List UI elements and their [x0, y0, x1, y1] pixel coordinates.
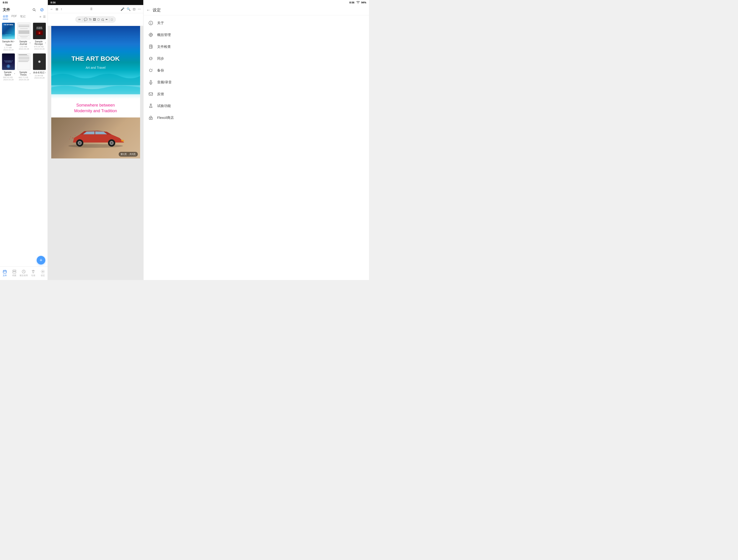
list-icon[interactable]: ☰: [43, 15, 46, 18]
file-name-row-art2: Travel: [2, 44, 15, 46]
cover-content: THE ART BOOK Art and Travel: [71, 55, 119, 70]
annot-more-icon[interactable]: □: [111, 18, 113, 21]
annot-image-icon[interactable]: 🖼: [93, 18, 96, 21]
annot-shape-icon[interactable]: ⬡: [97, 18, 100, 21]
chevron-journal: ▾: [30, 42, 30, 44]
file-item-journal[interactable]: Sample Journal ▾ 1.52 MB 2024.03.28: [17, 23, 30, 51]
nav-trash[interactable]: 垃圾: [28, 269, 38, 277]
search-button[interactable]: [31, 7, 37, 13]
annot-speech-icon[interactable]: 🗯: [101, 18, 104, 21]
files-nav-icon: [3, 269, 7, 273]
annot-comment-icon[interactable]: 💬: [84, 18, 87, 21]
file-name-row-recipe: Sample Receipe ▾: [33, 40, 46, 45]
annot-divider-1: [82, 18, 82, 21]
file-name-row-art: Sample Art ▾: [2, 40, 15, 43]
annot-pen-icon[interactable]: ✏: [78, 18, 81, 21]
cover-title: THE ART BOOK: [71, 55, 119, 62]
page-indicator: 第1页，共5页: [119, 152, 137, 157]
nav-archive[interactable]: 档案: [10, 269, 19, 277]
nav-trash-label: 垃圾: [31, 274, 35, 277]
share-pdf-icon[interactable]: ↑: [61, 7, 62, 11]
backup-icon: [148, 68, 153, 73]
settings-item-audio[interactable]: 音频/录音: [143, 76, 369, 88]
nav-settings-label: 设定: [41, 274, 45, 277]
file-inspect-icon: [148, 44, 153, 49]
journal-line-1: [18, 25, 29, 25]
thumb-thesis: [17, 53, 30, 70]
thesis-line-4: [18, 61, 29, 61]
bottom-nav: 文件 档案 最近使用 垃圾 设定: [0, 266, 48, 280]
settings-item-summary[interactable]: 概括管理: [143, 29, 369, 41]
pdf-content[interactable]: THE ART BOOK Art and Travel Somewhere be…: [48, 26, 143, 280]
nav-files[interactable]: 文件: [0, 269, 10, 277]
nav-files-label: 文件: [3, 274, 7, 277]
back-pdf-icon[interactable]: ←: [50, 7, 53, 11]
tab-all[interactable]: 全部: [3, 14, 8, 19]
thesis-line-1: [18, 55, 29, 55]
file-meta-recipe: 870.05 KB 2024.03.28: [33, 46, 46, 50]
file-meta-space: 580.93 KB 2024.03.28: [2, 76, 15, 81]
file-name-row-note: 未命名笔记 ▾: [33, 71, 46, 74]
check-button[interactable]: [39, 7, 45, 13]
file-item-recipe[interactable]: MY RECIPECOOKBOOK 🍅 Sample Receipe ▾ 870…: [33, 23, 46, 51]
annot-sign-icon[interactable]: ✒: [105, 18, 108, 21]
thumb-recipe: MY RECIPECOOKBOOK 🍅: [33, 23, 46, 39]
file-item-note[interactable]: 未命名笔记 ▾ 10.98 KB 2024.03.28: [33, 53, 46, 81]
about-label: 关于: [157, 21, 164, 25]
settings-nav-icon: [41, 269, 45, 273]
settings-item-store[interactable]: Flexcil商店: [143, 112, 369, 124]
svg-rect-4: [13, 270, 16, 271]
pink-text-line1: Somewhere between: [76, 103, 115, 107]
filter-icon[interactable]: ≡: [39, 15, 41, 18]
settings-item-feedback[interactable]: 反馈: [143, 88, 369, 100]
settings-header: ← 设定: [143, 5, 369, 15]
left-header: 文件: [0, 5, 48, 14]
pdf-page-1: THE ART BOOK Art and Travel: [51, 26, 140, 99]
store-icon: [148, 115, 153, 120]
svg-rect-30: [149, 117, 152, 119]
svg-point-16: [72, 137, 74, 139]
tab-note[interactable]: 笔记: [20, 14, 25, 19]
thesis-line-6: [18, 62, 28, 62]
nav-recent[interactable]: 最近使用: [19, 269, 29, 277]
recent-nav-icon: [22, 269, 26, 273]
file-item-space[interactable]: THE BEGINNING OFTHE UNIVERSE Sample Spac…: [2, 53, 15, 81]
add-fab-button[interactable]: +: [37, 256, 45, 264]
left-panel: 8:55 文件 全部 PDF 笔记 ≡: [0, 0, 48, 280]
settings-back-button[interactable]: ←: [146, 8, 150, 13]
status-bar-left: 8:55: [0, 0, 48, 5]
settings-item-backup[interactable]: 备份: [143, 64, 369, 76]
settings-item-about[interactable]: 关于: [143, 17, 369, 29]
settings-item-experimental[interactable]: 试验功能: [143, 100, 369, 112]
journal-line-6: [20, 36, 28, 37]
file-meta-note: 10.98 KB 2024.03.28: [33, 74, 46, 79]
more-pdf-icon[interactable]: ⋯: [138, 7, 141, 11]
file-name-art2: Travel: [5, 44, 11, 46]
file-name-recipe: Sample Receipe: [33, 40, 45, 45]
mic-pdf-icon[interactable]: 🎤: [120, 7, 124, 11]
annot-text-icon[interactable]: Tr: [89, 18, 91, 21]
recipe-food-img: 🍅: [36, 30, 43, 35]
feedback-icon: [148, 91, 153, 97]
apps-pdf-icon[interactable]: ⠿: [90, 7, 92, 11]
settings-item-file-inspect[interactable]: 文件检查: [143, 41, 369, 53]
file-item-thesis[interactable]: Sample Thesis ▾ 443.71 KB 2024.03.28: [17, 53, 30, 81]
archive-nav-icon: [12, 269, 16, 273]
filter-tabs: 全部 PDF 笔记: [3, 14, 25, 19]
nav-settings[interactable]: 设定: [38, 269, 48, 277]
thesis-line-3: [18, 60, 29, 61]
toolbar-left: ← ⊞ ↑: [50, 7, 62, 11]
car-svg: [61, 124, 130, 152]
file-item-art-travel[interactable]: THE ART BOOK Art and Travel Sample Art ▾…: [2, 23, 15, 51]
ref-pdf-icon[interactable]: ⊡: [133, 7, 135, 11]
pdf-cover: THE ART BOOK Art and Travel: [51, 26, 140, 99]
about-icon: [148, 20, 153, 26]
svg-rect-5: [13, 271, 16, 273]
grid-pdf-icon[interactable]: ⊞: [56, 7, 58, 11]
status-bar-middle: 8:56: [48, 0, 143, 5]
tab-pdf[interactable]: PDF: [11, 14, 17, 19]
thumb-note: [33, 53, 46, 70]
settings-item-sync[interactable]: 同步: [143, 53, 369, 64]
search-pdf-icon[interactable]: 🔍: [127, 7, 130, 11]
svg-point-29: [151, 107, 151, 107]
